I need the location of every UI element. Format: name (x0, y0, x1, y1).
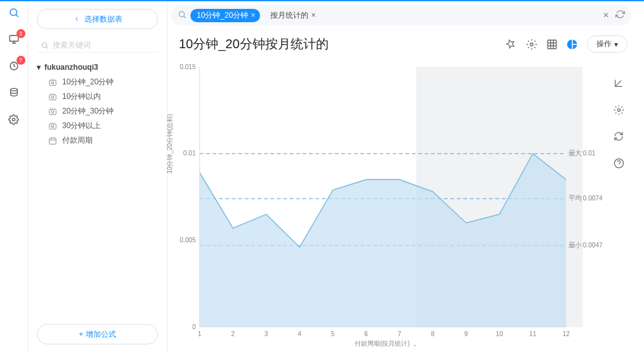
svg-text:1: 1 (198, 330, 202, 337)
rail-badge: 7 (16, 56, 25, 65)
svg-point-4 (12, 118, 15, 121)
svg-text:3: 3 (265, 330, 268, 337)
sidebar: 选择数据表 ▾ fukuanzhouqi3 10分钟_20分钟10分钟以内20分… (28, 1, 168, 352)
svg-text:平均 0.0074: 平均 0.0074 (568, 195, 603, 202)
chart-tool-rail (605, 60, 633, 347)
svg-text:6: 6 (364, 330, 368, 337)
svg-rect-10 (49, 138, 56, 143)
tree-item[interactable]: 30分钟以上 (48, 121, 158, 131)
page-header: 10分钟_20分钟按月统计的 操作 ▾ (168, 29, 639, 55)
chart-icon[interactable] (567, 39, 578, 50)
tree-item-label: 10分钟_20分钟 (62, 77, 114, 88)
tree-item-label: 20分钟_30分钟 (62, 106, 114, 117)
svg-text:10: 10 (496, 330, 504, 337)
tree-item[interactable]: 付款周期 (48, 135, 158, 146)
page-title: 10分钟_20分钟按月统计的 (179, 36, 501, 53)
svg-text:9: 9 (464, 330, 468, 337)
svg-text:0.015: 0.015 (180, 63, 196, 70)
tree-item-label: 付款周期 (62, 135, 93, 146)
rail-badge: 3 (16, 29, 25, 38)
chart[interactable]: 10分钟_20分钟(总和) 最大 0.01平均 0.0074最小 0.00470… (168, 60, 605, 347)
svg-rect-1 (10, 36, 18, 41)
query-pill[interactable]: 按月统计的 × (264, 9, 320, 22)
chart-svg: 最大 0.01平均 0.0074最小 0.004700.0050.010.015… (168, 60, 605, 347)
field-type-icon (48, 122, 57, 131)
sidebar-search-input[interactable] (53, 41, 154, 49)
operate-label: 操作 (596, 39, 612, 49)
pill-remove-icon[interactable]: × (311, 11, 315, 20)
svg-text:2: 2 (231, 330, 235, 337)
search-icon (41, 41, 49, 49)
svg-point-12 (530, 42, 534, 46)
rail-search-icon[interactable] (6, 5, 22, 20)
tree-item[interactable]: 10分钟_20分钟 (48, 77, 158, 88)
help-icon[interactable] (610, 154, 628, 172)
pin-icon[interactable] (506, 39, 517, 50)
y-axis-label: 10分钟_20分钟(总和) (166, 114, 174, 173)
svg-rect-13 (548, 40, 556, 49)
tree-item[interactable]: 10分钟以内 (48, 91, 158, 102)
config-icon[interactable] (610, 101, 628, 119)
query-pill[interactable]: 10分钟_20分钟 × (190, 9, 260, 22)
svg-text:11: 11 (529, 330, 537, 337)
clear-icon[interactable]: ✕ (603, 11, 609, 20)
tree-group[interactable]: ▾ fukuanzhouqi3 (37, 63, 158, 72)
field-type-icon (48, 93, 57, 101)
search-icon (178, 10, 187, 21)
caret-down-icon: ▾ (37, 63, 41, 72)
pill-label: 按月统计的 (270, 10, 308, 21)
svg-point-5 (42, 42, 47, 48)
svg-point-39 (617, 108, 620, 111)
field-type-icon (48, 107, 57, 116)
rail-data-icon[interactable] (6, 85, 22, 100)
tree-group-name: fukuanzhouqi3 (44, 63, 98, 72)
svg-text:0.01: 0.01 (183, 150, 196, 157)
field-type-icon (48, 78, 57, 87)
tree-item[interactable]: 20分钟_30分钟 (48, 106, 158, 117)
svg-text:最小 0.0047: 最小 0.0047 (568, 242, 603, 249)
svg-text:0.005: 0.005 (180, 237, 196, 244)
pill-remove-icon[interactable]: × (251, 11, 255, 20)
svg-text:4: 4 (298, 330, 301, 337)
left-rail: 3 7 (0, 1, 28, 352)
svg-text:7: 7 (398, 330, 402, 337)
svg-text:8: 8 (431, 330, 435, 337)
select-table-label: 选择数据表 (84, 14, 122, 25)
topbar: 10分钟_20分钟 × 按月统计的 × ✕ (168, 1, 639, 29)
svg-point-11 (179, 11, 184, 16)
select-table-button[interactable]: 选择数据表 (37, 9, 158, 29)
main: 10分钟_20分钟 × 按月统计的 × ✕ 10分钟_20分钟按月统计的 (168, 1, 644, 352)
chevron-down-icon[interactable]: ⌄ (412, 341, 417, 348)
svg-text:12: 12 (563, 330, 570, 337)
svg-point-0 (10, 9, 17, 16)
operate-button[interactable]: 操作 ▾ (587, 36, 628, 53)
rail-notifications-icon[interactable]: 7 (6, 58, 22, 74)
tree-item-label: 30分钟以上 (62, 121, 101, 131)
svg-point-3 (10, 88, 17, 91)
settings-icon[interactable] (526, 39, 537, 50)
x-axis-label: 付款周期(按月统计) (355, 339, 410, 348)
rail-presentation-icon[interactable]: 3 (6, 32, 22, 47)
add-formula-button[interactable]: + 增加公式 (37, 324, 158, 344)
pill-label: 10分钟_20分钟 (197, 10, 248, 21)
field-type-icon (48, 136, 57, 145)
tree-item-label: 10分钟以内 (62, 91, 101, 102)
svg-text:0: 0 (192, 323, 196, 330)
sidebar-search (37, 38, 158, 53)
chevron-down-icon: ▾ (614, 40, 618, 49)
svg-text:最大 0.01: 最大 0.01 (568, 150, 595, 157)
refresh-icon[interactable] (610, 127, 628, 145)
table-icon[interactable] (546, 39, 558, 50)
query-pillbar[interactable]: 10分钟_20分钟 × 按月统计的 × ✕ (171, 5, 631, 25)
svg-text:5: 5 (331, 330, 335, 337)
rail-settings-icon[interactable] (6, 112, 22, 127)
edit-axis-icon[interactable] (610, 74, 628, 92)
refresh-icon[interactable] (615, 10, 625, 21)
